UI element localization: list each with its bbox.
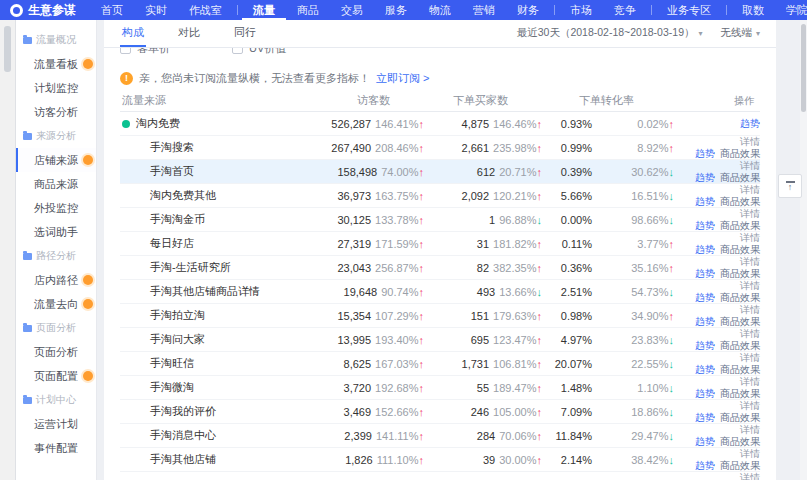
- detail-link[interactable]: 详情: [740, 280, 760, 291]
- conversion-change: 98.66%↓: [592, 214, 674, 226]
- trend-link[interactable]: 趋势: [695, 436, 715, 447]
- nav-item[interactable]: 竞争: [603, 0, 647, 20]
- detail-link[interactable]: 详情: [740, 304, 760, 315]
- nav-item[interactable]: 实时: [134, 0, 178, 20]
- metric-checkbox[interactable]: 客单价: [120, 48, 170, 56]
- left-scrollbar-thumb[interactable]: [4, 26, 11, 72]
- trend-link[interactable]: 趋势: [695, 268, 715, 279]
- terminal-select[interactable]: 无线端 ▾: [720, 26, 760, 40]
- product-effect-link[interactable]: 商品效果: [720, 292, 760, 303]
- tab[interactable]: 构成: [120, 20, 146, 47]
- product-effect-link[interactable]: 商品效果: [720, 196, 760, 207]
- detail-link[interactable]: 详情: [740, 256, 760, 267]
- nav-item[interactable]: 作战室: [178, 0, 233, 20]
- detail-link[interactable]: 详情: [740, 448, 760, 459]
- nav-item[interactable]: 业务专区: [656, 0, 722, 20]
- product-effect-link[interactable]: 商品效果: [720, 388, 760, 399]
- sidebar-item[interactable]: 计划监控: [16, 76, 96, 100]
- trend-link[interactable]: 趋势: [695, 196, 715, 207]
- nav-item[interactable]: 学院: [775, 0, 807, 20]
- product-effect-link[interactable]: 商品效果: [720, 172, 760, 183]
- metric-checkbox[interactable]: UV价值: [232, 48, 286, 56]
- nav-item[interactable]: 首页: [90, 0, 134, 20]
- scrollbar-thumb[interactable]: [801, 24, 806, 112]
- sidebar-section: 流量概况: [16, 28, 96, 52]
- nav-item[interactable]: 财务: [506, 0, 550, 20]
- table-row: 手淘旺信8,625167.03%↑1,731106.81%↑20.07%22.5…: [120, 352, 760, 376]
- detail-link[interactable]: 详情: [740, 376, 760, 387]
- product-effect-link[interactable]: 商品效果: [720, 316, 760, 327]
- detail-link[interactable]: 详情: [740, 352, 760, 363]
- trend-link[interactable]: 趋势: [695, 340, 715, 351]
- sidebar-item[interactable]: 运营计划: [16, 412, 96, 436]
- nav-item[interactable]: 交易: [330, 0, 374, 20]
- table-row: 淘内免费526,287146.41%↑4,875146.46%↑0.93%0.0…: [120, 112, 760, 136]
- conversion-change: 16.51%↓: [592, 190, 674, 202]
- detail-link[interactable]: 详情: [740, 328, 760, 339]
- sidebar-item[interactable]: 流量去向: [16, 292, 96, 316]
- nav-item[interactable]: 取数: [731, 0, 775, 20]
- detail-link[interactable]: 详情: [740, 208, 760, 219]
- conversion-change: 1.10%↓: [592, 382, 674, 394]
- detail-link[interactable]: 详情: [740, 232, 760, 243]
- sidebar-item[interactable]: 选词助手: [16, 220, 96, 244]
- conversion-change: 23.83%↓: [592, 334, 674, 346]
- detail-link[interactable]: 详情: [740, 160, 760, 171]
- app-brand[interactable]: 生意参谋: [0, 2, 90, 19]
- sidebar-item[interactable]: 流量看板: [16, 52, 96, 76]
- action-links-line2: 趋势商品效果: [695, 412, 760, 423]
- detail-link[interactable]: 详情: [740, 136, 760, 147]
- visitors-value: 158,498: [337, 166, 377, 178]
- actions-cell: 详情趋势商品效果: [674, 208, 760, 231]
- sidebar-item[interactable]: 店铺来源: [16, 148, 96, 172]
- product-effect-link[interactable]: 商品效果: [720, 436, 760, 447]
- trend-link[interactable]: 趋势: [695, 172, 715, 183]
- product-effect-link[interactable]: 商品效果: [720, 244, 760, 255]
- nav-item[interactable]: 商品: [286, 0, 330, 20]
- source-name: 手淘其他店铺: [150, 452, 216, 467]
- trend-link[interactable]: 趋势: [695, 460, 715, 471]
- trend-link[interactable]: 趋势: [695, 292, 715, 303]
- buyers-cell: 31181.82%↑: [424, 238, 542, 250]
- product-effect-link[interactable]: 商品效果: [720, 148, 760, 159]
- product-effect-link[interactable]: 商品效果: [720, 364, 760, 375]
- detail-link[interactable]: 详情: [740, 400, 760, 411]
- trend-link[interactable]: 趋势: [695, 148, 715, 159]
- trend-link[interactable]: 趋势: [695, 388, 715, 399]
- trend-link[interactable]: 趋势: [695, 316, 715, 327]
- folder-icon: [23, 397, 32, 404]
- detail-link[interactable]: 详情: [740, 472, 760, 480]
- sidebar-item[interactable]: 页面配置: [16, 364, 96, 388]
- action-links-line2: 趋势商品效果: [695, 196, 760, 207]
- trend-link[interactable]: 趋势: [740, 118, 760, 129]
- nav-item[interactable]: 物流: [418, 0, 462, 20]
- nav-item[interactable]: 营销: [462, 0, 506, 20]
- sidebar-item[interactable]: 商品来源: [16, 172, 96, 196]
- product-effect-link[interactable]: 商品效果: [720, 412, 760, 423]
- trend-link[interactable]: 趋势: [695, 220, 715, 231]
- product-effect-link[interactable]: 商品效果: [720, 460, 760, 471]
- tab[interactable]: 同行: [232, 20, 258, 47]
- nav-item[interactable]: 市场: [559, 0, 603, 20]
- conversion-value: 0.00%: [542, 214, 592, 226]
- sidebar-item[interactable]: 外投监控: [16, 196, 96, 220]
- product-effect-link[interactable]: 商品效果: [720, 340, 760, 351]
- nav-item[interactable]: 流量: [242, 0, 286, 20]
- trend-link[interactable]: 趋势: [695, 244, 715, 255]
- buyers-cell: 3930.00%↑: [424, 454, 542, 466]
- detail-link[interactable]: 详情: [740, 424, 760, 435]
- subscribe-link[interactable]: 立即订阅 >: [376, 71, 429, 86]
- detail-link[interactable]: 详情: [740, 184, 760, 195]
- trend-link[interactable]: 趋势: [695, 364, 715, 375]
- sidebar-item[interactable]: 店内路径: [16, 268, 96, 292]
- product-effect-link[interactable]: 商品效果: [720, 220, 760, 231]
- trend-link[interactable]: 趋势: [695, 412, 715, 423]
- sidebar-item[interactable]: 事件配置: [16, 436, 96, 460]
- sidebar-item[interactable]: 页面分析: [16, 340, 96, 364]
- back-to-top-button[interactable]: ↑: [778, 174, 802, 198]
- tab[interactable]: 对比: [176, 20, 202, 47]
- nav-item[interactable]: 服务: [374, 0, 418, 20]
- date-range-select[interactable]: 最近30天（2018-02-18~2018-03-19） ▾: [517, 26, 703, 40]
- sidebar-item[interactable]: 访客分析: [16, 100, 96, 124]
- product-effect-link[interactable]: 商品效果: [720, 268, 760, 279]
